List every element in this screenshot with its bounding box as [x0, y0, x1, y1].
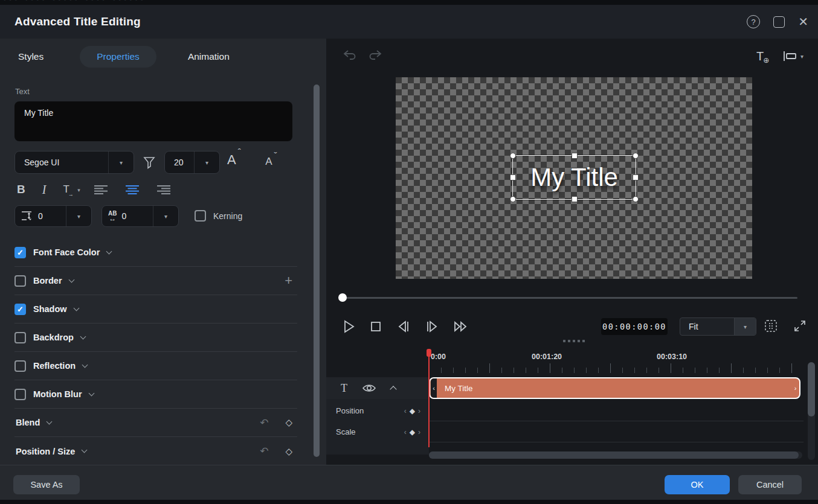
timeline-clip[interactable]: ‹ My Title › [429, 377, 800, 399]
resize-handle[interactable] [572, 153, 578, 159]
section-label: Shadow [33, 304, 67, 314]
fast-forward-button[interactable] [453, 319, 469, 334]
chevron-down-icon[interactable] [88, 390, 94, 396]
keyframe-diamond-icon[interactable]: ◇ [285, 446, 292, 457]
undo-icon[interactable] [342, 48, 358, 62]
font-family-select[interactable]: Segoe UI ▾ [14, 151, 134, 174]
timeline-vscroll[interactable] [808, 362, 815, 460]
collapse-track-icon[interactable] [390, 386, 396, 392]
text-transform-dropdown[interactable]: T → ▾ [63, 183, 76, 196]
add-text-icon[interactable]: T ⊕ [756, 49, 764, 63]
bold-button[interactable]: B [17, 183, 25, 196]
prev-keyframe-icon[interactable]: ‹ [404, 428, 407, 436]
reset-icon[interactable]: ↶ [260, 445, 268, 458]
previous-frame-button[interactable] [396, 319, 411, 334]
redo-icon[interactable] [367, 48, 383, 62]
resize-handle[interactable] [510, 196, 516, 202]
section-label: Border [33, 276, 62, 285]
motion-blur-checkbox[interactable] [14, 389, 26, 400]
next-frame-button[interactable] [425, 319, 439, 334]
chevron-down-icon[interactable]: ▾ [194, 152, 219, 173]
kerning-checkbox[interactable] [195, 210, 206, 222]
playhead[interactable] [428, 349, 430, 447]
playhead-head[interactable] [427, 349, 431, 357]
add-keyframe-icon[interactable]: ◆ [410, 428, 415, 436]
preview-canvas[interactable]: My Title [396, 77, 752, 279]
next-keyframe-icon[interactable]: › [418, 407, 420, 415]
clip-trim-right-icon[interactable]: › [793, 378, 798, 398]
resize-handle[interactable] [510, 153, 516, 159]
keyframe-diamond-icon[interactable]: ◇ [285, 417, 292, 428]
grid-toggle-icon[interactable] [764, 319, 778, 333]
align-left-button[interactable] [94, 185, 108, 195]
clip-trim-left-icon[interactable]: ‹ [431, 378, 437, 398]
track-header: T [326, 377, 429, 399]
chevron-down-icon[interactable] [106, 248, 112, 254]
clip-label: My Title [445, 384, 473, 393]
letter-spacing-select[interactable]: AB ↔ 0 ▾ [101, 205, 179, 227]
align-center-button[interactable] [125, 185, 140, 195]
title-text-input[interactable]: My Title [14, 101, 292, 141]
visibility-eye-icon[interactable] [362, 383, 376, 394]
maximize-icon[interactable] [773, 16, 785, 28]
cancel-button[interactable]: Cancel [738, 475, 802, 494]
chevron-down-icon[interactable] [68, 276, 74, 282]
resize-handle[interactable] [633, 196, 639, 202]
align-right-button[interactable] [156, 185, 171, 195]
line-spacing-value: 0 [33, 211, 66, 221]
chevron-down-icon[interactable]: ▾ [66, 206, 91, 226]
save-as-button[interactable]: Save As [13, 475, 80, 494]
next-keyframe-icon[interactable]: › [418, 428, 420, 436]
chevron-down-icon[interactable] [47, 418, 53, 424]
chevron-down-icon[interactable] [82, 447, 88, 453]
chevron-down-icon[interactable] [82, 362, 88, 368]
add-border-icon[interactable]: + [285, 273, 292, 289]
stop-button[interactable] [369, 319, 382, 334]
prev-keyframe-icon[interactable]: ‹ [404, 407, 407, 415]
tab-styles[interactable]: Styles [18, 51, 43, 62]
close-icon[interactable]: ✕ [798, 16, 808, 28]
line-spacing-select[interactable]: 0 ▾ [14, 205, 92, 227]
chevron-down-icon[interactable] [80, 333, 86, 339]
panel-resize-handle[interactable] [563, 340, 585, 342]
resize-handle[interactable] [510, 174, 516, 180]
resize-handle[interactable] [633, 153, 639, 159]
ok-button[interactable]: OK [665, 475, 730, 494]
timeline-ruler[interactable] [429, 363, 804, 373]
preview-toolbar: T ⊕ ▾ [326, 39, 818, 75]
seek-thumb[interactable] [338, 293, 347, 302]
reset-icon[interactable]: ↶ [260, 416, 268, 429]
text-selection-box[interactable]: My Title [512, 155, 636, 200]
chevron-down-icon[interactable]: ▾ [108, 152, 134, 173]
font-face-color-checkbox[interactable]: ✓ [14, 247, 26, 258]
resize-handle[interactable] [633, 174, 639, 180]
font-size-select[interactable]: 20 ▾ [164, 151, 220, 174]
timeline-hscroll[interactable] [429, 451, 802, 459]
font-filter-icon[interactable] [143, 155, 156, 170]
reflection-checkbox[interactable] [14, 360, 26, 372]
chevron-down-icon[interactable]: ▾ [734, 318, 756, 335]
play-button[interactable] [342, 319, 355, 334]
increase-font-size-button[interactable]: Aˆ [227, 152, 236, 168]
backdrop-checkbox[interactable] [14, 332, 26, 343]
decrease-font-size-button[interactable]: Aˇ [265, 156, 272, 168]
panel-scrollbar[interactable] [314, 85, 320, 457]
help-icon[interactable]: ? [747, 15, 760, 28]
fullscreen-icon[interactable] [793, 319, 807, 333]
add-keyframe-icon[interactable]: ◆ [410, 407, 415, 415]
seek-bar[interactable] [326, 293, 818, 302]
timeline-vscroll-thumb[interactable] [808, 362, 815, 416]
tab-animation[interactable]: Animation [188, 51, 230, 62]
preview-title-text[interactable]: My Title [530, 163, 618, 192]
border-checkbox[interactable] [14, 275, 26, 287]
tab-properties[interactable]: Properties [80, 46, 156, 68]
timeline-hscroll-thumb[interactable] [429, 451, 799, 459]
resize-handle[interactable] [572, 196, 578, 202]
chevron-down-icon[interactable]: ▾ [153, 206, 178, 226]
zoom-level-select[interactable]: Fit ▾ [680, 317, 756, 336]
italic-button[interactable]: I [42, 183, 47, 197]
chevron-down-icon[interactable] [73, 305, 79, 311]
seek-track[interactable] [343, 297, 797, 299]
alignment-dropdown-icon[interactable]: ▾ [783, 51, 804, 62]
shadow-checkbox[interactable]: ✓ [14, 304, 26, 315]
